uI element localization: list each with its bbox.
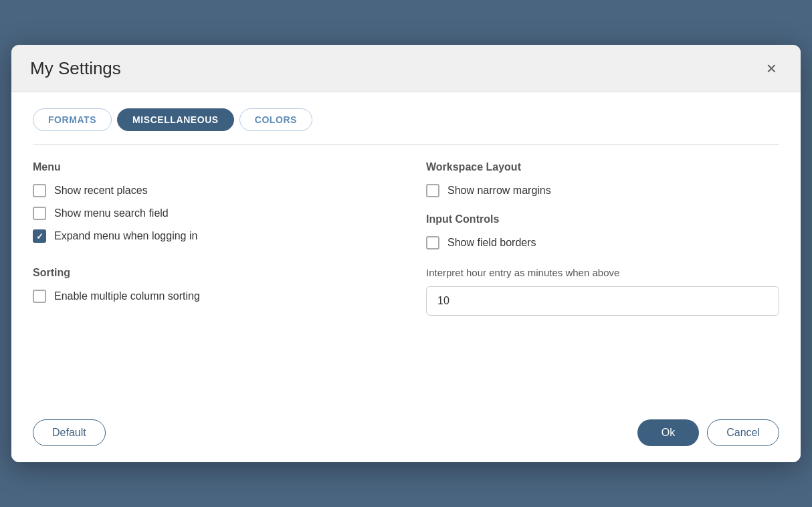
sorting-section-title: Sorting bbox=[33, 267, 386, 279]
dialog-title: My Settings bbox=[30, 58, 121, 79]
list-item: Show field borders bbox=[426, 236, 779, 249]
show-field-borders-checkbox[interactable] bbox=[426, 236, 439, 249]
menu-section: Menu Show recent places Show menu search… bbox=[33, 161, 386, 243]
tab-formats[interactable]: FORMATS bbox=[33, 108, 112, 131]
interpret-input[interactable] bbox=[426, 286, 779, 316]
cancel-button[interactable]: Cancel bbox=[707, 419, 779, 446]
default-button[interactable]: Default bbox=[33, 419, 106, 446]
dialog-overlay: My Settings × FORMATS MISCELLANEOUS COLO… bbox=[0, 0, 812, 507]
show-narrow-margins-label: Show narrow margins bbox=[447, 185, 551, 197]
show-narrow-margins-checkbox[interactable] bbox=[426, 184, 439, 197]
list-item: Show recent places bbox=[33, 184, 386, 197]
close-button[interactable]: × bbox=[761, 57, 782, 80]
input-controls-section-title: Input Controls bbox=[426, 213, 779, 225]
dialog-body: FORMATS MISCELLANEOUS COLORS Menu Show r… bbox=[11, 92, 801, 407]
workspace-section-title: Workspace Layout bbox=[426, 161, 779, 173]
left-column: Menu Show recent places Show menu search… bbox=[33, 161, 386, 389]
expand-menu-checkbox[interactable] bbox=[33, 229, 46, 243]
list-item: Show menu search field bbox=[33, 207, 386, 220]
right-column: Workspace Layout Show narrow margins Inp… bbox=[426, 161, 779, 389]
input-controls-section: Input Controls Show field borders bbox=[426, 213, 779, 249]
workspace-section: Workspace Layout Show narrow margins bbox=[426, 161, 779, 197]
tab-miscellaneous[interactable]: MISCELLANEOUS bbox=[117, 108, 234, 131]
dialog-footer: Default Ok Cancel bbox=[11, 407, 801, 462]
list-item: Expand menu when logging in bbox=[33, 229, 386, 243]
tab-colors[interactable]: COLORS bbox=[239, 108, 312, 131]
show-menu-search-field-label: Show menu search field bbox=[54, 207, 169, 219]
menu-section-title: Menu bbox=[33, 161, 386, 173]
show-menu-search-field-checkbox[interactable] bbox=[33, 207, 46, 220]
list-item: Show narrow margins bbox=[426, 184, 779, 197]
interpret-label: Interpret hour entry as minutes when abo… bbox=[426, 266, 779, 280]
enable-multiple-column-sorting-label: Enable multiple column sorting bbox=[54, 290, 200, 302]
dialog-header: My Settings × bbox=[11, 45, 801, 92]
list-item: Enable multiple column sorting bbox=[33, 290, 386, 303]
sorting-section: Sorting Enable multiple column sorting bbox=[33, 267, 386, 303]
enable-multiple-column-sorting-checkbox[interactable] bbox=[33, 290, 46, 303]
ok-button[interactable]: Ok bbox=[637, 419, 699, 446]
tab-divider bbox=[33, 144, 779, 145]
show-recent-places-label: Show recent places bbox=[54, 185, 148, 197]
show-recent-places-checkbox[interactable] bbox=[33, 184, 46, 197]
tabs-container: FORMATS MISCELLANEOUS COLORS bbox=[33, 108, 779, 131]
interpret-section: Interpret hour entry as minutes when abo… bbox=[426, 266, 779, 316]
show-field-borders-label: Show field borders bbox=[447, 237, 536, 249]
dialog: My Settings × FORMATS MISCELLANEOUS COLO… bbox=[11, 45, 801, 462]
expand-menu-label: Expand menu when logging in bbox=[54, 230, 197, 242]
footer-action-buttons: Ok Cancel bbox=[637, 419, 779, 446]
content-grid: Menu Show recent places Show menu search… bbox=[33, 161, 779, 389]
